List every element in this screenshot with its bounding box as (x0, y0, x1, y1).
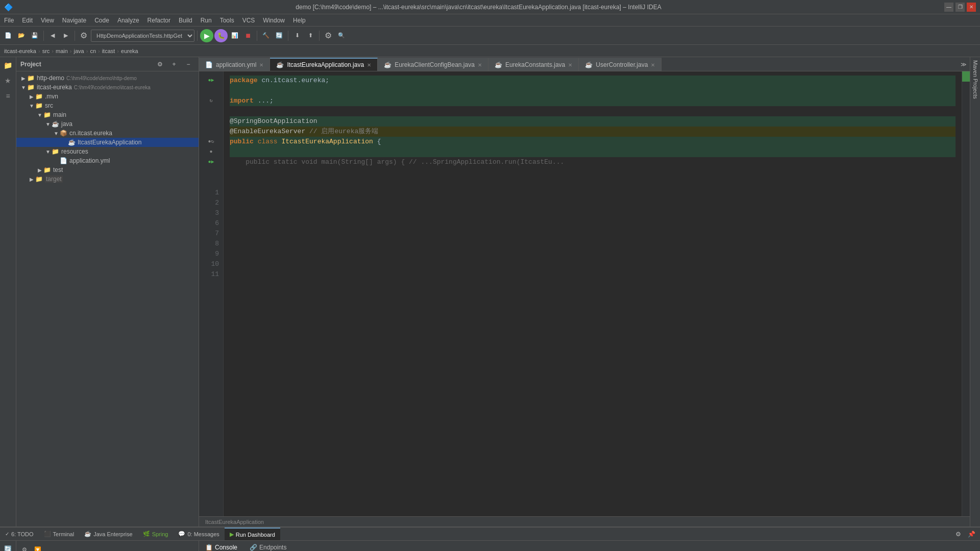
tab-terminal[interactable]: ⬛ Terminal (39, 528, 80, 540)
settings-button[interactable]: ⚙ (322, 29, 334, 43)
tree-item-package[interactable]: ▼ 📦 cn.itcast.eureka (16, 129, 199, 138)
main-content: 📁 ★ ≡ Project ⚙ + − ▶ 📁 http-demo C:\hm4… (0, 57, 980, 527)
git-push-button[interactable]: ⬆ (304, 29, 316, 43)
tab-close[interactable]: ✕ (478, 62, 482, 68)
bc-itcast[interactable]: itcast (102, 48, 115, 54)
run-config-dropdown[interactable]: HttpDemoApplicationTests.httpGet (91, 30, 194, 42)
expand-arrow: ▼ (53, 131, 59, 136)
console-tab-endpoints[interactable]: 🔗 Endpoints (243, 541, 292, 551)
tree-item-target[interactable]: ▶ 📁 target (16, 174, 199, 184)
project-icon[interactable]: 📁 (2, 59, 14, 71)
bottom-settings-button[interactable]: ⚙ (952, 529, 964, 539)
menu-help[interactable]: Help (289, 14, 310, 26)
tree-item-java-folder[interactable]: ▼ ☕ java (16, 119, 199, 129)
tree-item-http-demo[interactable]: ▶ 📁 http-demo C:\hm49\code\demo\http-dem… (16, 73, 199, 83)
save-button[interactable]: 💾 (29, 29, 41, 43)
favorites-icon[interactable]: ★ (2, 74, 14, 87)
run-config-menu[interactable]: ⚙ (78, 29, 90, 43)
run-button[interactable]: ▶ (200, 29, 213, 42)
search-everywhere-button[interactable]: 🔍 (335, 29, 348, 43)
menu-navigate[interactable]: Navigate (58, 14, 90, 26)
menu-code[interactable]: Code (90, 14, 113, 26)
bc-cn[interactable]: cn (90, 48, 96, 54)
sidebar-collapse-button[interactable]: − (182, 59, 194, 69)
bc-root[interactable]: itcast-eureka (4, 48, 36, 54)
menu-file[interactable]: File (0, 14, 18, 26)
sidebar-expand-button[interactable]: + (168, 59, 180, 69)
refresh-button[interactable]: 🔄 (273, 29, 285, 43)
tree-item-test[interactable]: ▶ 📁 test (16, 165, 199, 174)
tab-close[interactable]: ✕ (367, 62, 371, 68)
open-button[interactable]: 📂 (15, 29, 28, 43)
tree-item-main-class[interactable]: ☕ ItcastEurekaApplication (16, 138, 199, 147)
tab-eureka-client-config[interactable]: ☕ EurekaClientConfigBean.java ✕ (378, 58, 488, 71)
menu-run[interactable]: Run (197, 14, 216, 26)
debug-button[interactable]: 🐛 (214, 29, 228, 42)
bottom-pin-button[interactable]: 📌 (965, 529, 978, 539)
tab-messages[interactable]: 💬 0: Messages (173, 528, 224, 540)
project-sidebar: Project ⚙ + − ▶ 📁 http-demo C:\hm49\code… (16, 57, 199, 527)
expand-arrow: ▶ (37, 167, 43, 173)
minimize-button[interactable]: — (944, 3, 953, 12)
forward-button[interactable]: ▶ (60, 29, 72, 43)
tree-item-mvn[interactable]: ▶ 📁 .mvn (16, 92, 199, 101)
bc-java[interactable]: java (74, 48, 84, 54)
tab-todo[interactable]: ✓ 6: TODO (0, 528, 39, 540)
stop-button[interactable]: ■ (242, 29, 254, 43)
menu-vcs[interactable]: VCS (238, 14, 259, 26)
tree-item-itcast-eureka[interactable]: ▼ 📁 itcast-eureka C:\hm49\code\demo\itca… (16, 83, 199, 92)
folder-icon: 📁 (43, 111, 51, 118)
tab-itcast-eureka-app[interactable]: ☕ ItcastEurekaApplication.java ✕ (270, 58, 378, 71)
code-area[interactable]: ●▶ ↻ ●↻ ● ●▶ 1 2 3 6 7 8 9 10 11 (199, 71, 970, 516)
tree-label: src (45, 102, 53, 109)
tab-label: EurekaClientConfigBean.java (395, 61, 475, 68)
console-tab-console[interactable]: 📋 Console (199, 541, 243, 551)
menu-tools[interactable]: Tools (216, 14, 238, 26)
bottom-area: ✓ 6: TODO ⬛ Terminal ☕ Java Enterprise 🌿… (0, 527, 980, 551)
tab-user-controller[interactable]: ☕ UserController.java ✕ (579, 58, 662, 71)
code-line-9: public class ItcastEurekaApplication { (230, 137, 955, 147)
tabs-overflow-button[interactable]: ≫ (958, 58, 970, 71)
tree-label: http-demo (37, 74, 64, 82)
new-file-button[interactable]: 📄 (2, 29, 14, 43)
bc-src[interactable]: src (42, 48, 50, 54)
menu-refactor[interactable]: Refactor (143, 14, 175, 26)
tree-item-application-yml[interactable]: 📄 application.yml (16, 156, 199, 165)
tab-close[interactable]: ✕ (259, 62, 263, 68)
tab-java-enterprise[interactable]: ☕ Java Enterprise (79, 528, 137, 540)
tree-item-main[interactable]: ▼ 📁 main (16, 110, 199, 119)
tab-run-dashboard[interactable]: ▶ Run Dashboard (225, 528, 280, 540)
tree-item-src[interactable]: ▼ 📁 src (16, 101, 199, 110)
bc-eureka[interactable]: eureka (121, 48, 138, 54)
tab-close[interactable]: ✕ (651, 62, 655, 68)
run-with-coverage-button[interactable]: 📊 (229, 29, 241, 43)
expand-arrow: ▼ (20, 85, 27, 90)
menu-build[interactable]: Build (175, 14, 197, 26)
tree-item-resources[interactable]: ▼ 📁 resources (16, 147, 199, 156)
back-button[interactable]: ◀ (46, 29, 59, 43)
menu-window[interactable]: Window (259, 14, 289, 26)
tab-close[interactable]: ✕ (568, 62, 572, 68)
tab-application-yml[interactable]: 📄 application.yml ✕ (199, 58, 270, 71)
code-text[interactable]: package cn.itcast.eureka; import ...; @S… (224, 71, 962, 516)
maven-projects-icon[interactable]: Maven Projects (970, 59, 981, 100)
menu-edit[interactable]: Edit (18, 14, 37, 26)
menu-view[interactable]: View (37, 14, 58, 26)
console-icon: 📋 (205, 544, 213, 551)
structure-icon[interactable]: ≡ (2, 90, 14, 102)
tab-eureka-constants[interactable]: ☕ EurekaConstants.java ✕ (488, 58, 579, 71)
maximize-button[interactable]: ❐ (955, 3, 965, 12)
tree-label: main (53, 111, 66, 118)
menu-analyze[interactable]: Analyze (113, 14, 143, 26)
close-button[interactable]: ✕ (967, 3, 976, 12)
run-toolbar-settings-button[interactable]: ⚙ (18, 545, 31, 552)
bc-main[interactable]: main (56, 48, 68, 54)
build-button[interactable]: 🔨 (260, 29, 272, 43)
java-file-icon: ☕ (67, 139, 76, 146)
git-update-button[interactable]: ⬇ (291, 29, 303, 43)
code-line-10 (230, 147, 955, 157)
run-toolbar-filter-button[interactable]: 🔽 (32, 545, 44, 552)
run-restart-icon[interactable]: 🔄 (2, 543, 14, 551)
sidebar-settings-button[interactable]: ⚙ (154, 59, 166, 69)
tab-spring[interactable]: 🌿 Spring (138, 528, 174, 540)
